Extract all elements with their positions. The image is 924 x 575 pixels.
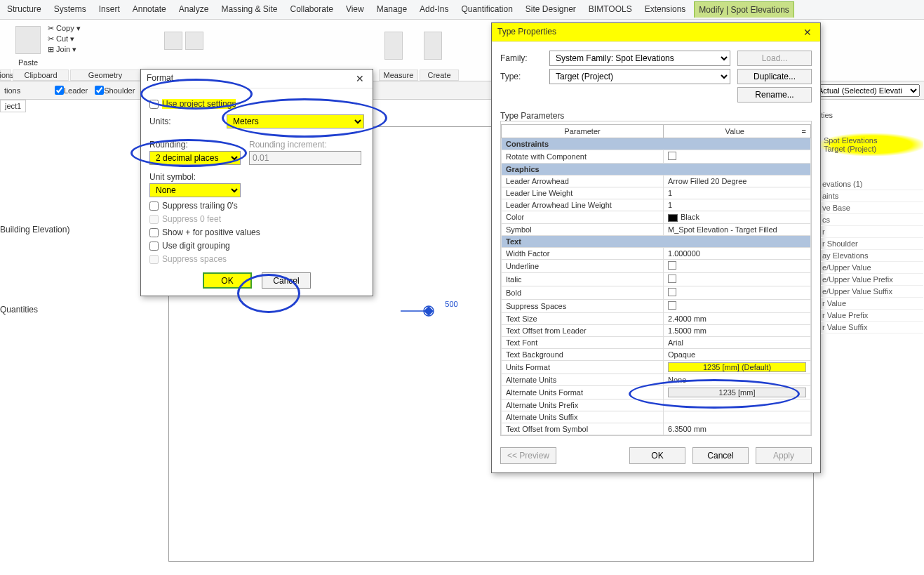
unit-symbol-select[interactable]: None <box>149 183 241 197</box>
type-params-label: Type Parameters <box>500 111 812 121</box>
tsize-cell[interactable]: 2.4000 mm <box>664 312 811 324</box>
altus-cell[interactable] <box>664 411 811 423</box>
use-project-chk[interactable] <box>149 100 159 109</box>
duplicate-button[interactable]: Duplicate... <box>737 69 812 84</box>
color-cell[interactable]: Black <box>664 211 811 224</box>
underline-cell[interactable] <box>664 259 811 272</box>
shoulder-chk[interactable] <box>95 86 104 95</box>
italic-cell[interactable] <box>664 272 811 286</box>
symbol-cell[interactable]: M_Spot Elevation - Target Filled <box>664 223 811 235</box>
rename-button[interactable]: Rename... <box>737 87 812 103</box>
instance-count[interactable]: evations (1) <box>821 178 923 190</box>
col-value: Value = <box>664 125 811 138</box>
lalw-cell[interactable]: 1 <box>664 199 811 211</box>
cancel-button[interactable]: Cancel <box>262 272 311 289</box>
prop-row[interactable]: ay Elevations <box>821 250 923 262</box>
tab[interactable]: Site Designer <box>521 1 580 18</box>
panel-geometry: Geometry <box>70 70 140 81</box>
panel-label: tions <box>0 70 11 81</box>
increment-field <box>249 151 361 165</box>
family-select[interactable]: System Family: Spot Elevations <box>549 51 730 66</box>
increment-label: Rounding increment: <box>249 140 361 150</box>
prop-row[interactable]: e/Upper Value Suffix <box>821 286 923 298</box>
tab[interactable]: BIMTOOLS <box>584 1 636 18</box>
llw-cell[interactable]: 1 <box>664 187 811 199</box>
bold-cell[interactable] <box>664 286 811 299</box>
quantities-label: Quantities <box>0 305 140 315</box>
params-table: ParameterValue = Constraints Rotate with… <box>501 124 811 435</box>
ok-button[interactable]: OK <box>203 272 252 289</box>
rounding-select[interactable]: 2 decimal places <box>149 151 241 165</box>
altuf-cell[interactable]: 1235 [mm] <box>664 385 811 399</box>
type-select[interactable]: Target (Project) <box>549 69 730 84</box>
units-format-cell[interactable]: 1235 [mm] (Default) <box>664 360 811 374</box>
ss-cell[interactable] <box>664 299 811 312</box>
close-icon[interactable]: ✕ <box>801 27 815 38</box>
rotate-cell[interactable] <box>664 150 811 164</box>
altup-cell[interactable] <box>664 399 811 411</box>
paste-icon[interactable] <box>15 26 41 54</box>
paste-label: Paste <box>14 58 42 67</box>
altu-cell[interactable]: None <box>664 374 811 385</box>
tab[interactable]: Structure <box>3 1 46 18</box>
tfont-cell[interactable]: Arial <box>664 336 811 348</box>
tool-icon[interactable] <box>185 32 203 50</box>
panel-create: Create <box>420 70 459 81</box>
tab[interactable]: View <box>342 1 368 18</box>
create-icon[interactable] <box>424 32 442 60</box>
preview-button: << Preview <box>500 447 556 464</box>
prop-row[interactable]: r Value <box>821 298 923 310</box>
ribbon-tabs: Structure Systems Insert Annotate Analyz… <box>0 0 924 20</box>
suppress-trailing-chk[interactable] <box>149 201 159 211</box>
leader-chk[interactable] <box>55 86 64 95</box>
spot-elevation-symbol[interactable] <box>401 303 443 319</box>
prop-row[interactable]: e/Upper Value <box>821 262 923 274</box>
tab[interactable]: Collaborate <box>286 1 337 18</box>
arrowhead-cell[interactable]: Arrow Filled 20 Degree <box>664 176 811 187</box>
prop-row[interactable]: ve Base <box>821 202 923 214</box>
tp-ok-button[interactable]: OK <box>629 447 685 464</box>
join-btn[interactable]: ⊞ Join ▾ <box>48 45 81 54</box>
wf-cell[interactable]: 1.000000 <box>664 247 811 259</box>
suppress-feet-chk <box>149 215 159 224</box>
show-positive-chk[interactable] <box>149 228 159 237</box>
tab-modify-active[interactable]: Modify | Spot Elevations <box>694 1 794 18</box>
tab[interactable]: Insert <box>95 1 124 18</box>
panel-clipboard: Clipboard <box>13 70 69 81</box>
tool-icon[interactable] <box>164 32 182 50</box>
digit-grouping-chk[interactable] <box>149 242 159 251</box>
type-properties-dialog: Type Properties✕ Family: System Family: … <box>491 22 821 473</box>
units-select[interactable]: Meters <box>227 114 364 128</box>
prop-row[interactable]: r Shoulder <box>821 238 923 250</box>
prop-row[interactable]: e/Upper Value Prefix <box>821 274 923 286</box>
prop-row[interactable]: aints <box>821 190 923 202</box>
tab[interactable]: Massing & Site <box>217 1 281 18</box>
tab[interactable]: Systems <box>50 1 91 18</box>
project-tab[interactable]: ject1 <box>0 100 26 112</box>
tab[interactable]: Add-Ins <box>415 1 453 18</box>
tab[interactable]: Extensions <box>641 1 690 18</box>
prop-row[interactable]: cs <box>821 214 923 226</box>
copy-btn[interactable]: ✂ Copy ▾ <box>48 24 81 33</box>
tab[interactable]: Analyze <box>175 1 213 18</box>
measure-icon[interactable] <box>384 32 403 60</box>
tos-cell[interactable]: 6.3500 mm <box>664 423 811 435</box>
toff-cell[interactable]: 1.5000 mm <box>664 324 811 336</box>
tab[interactable]: Quantification <box>457 1 516 18</box>
tp-cancel-button[interactable]: Cancel <box>692 447 749 464</box>
tab[interactable]: Annotate <box>128 1 170 18</box>
units-label: Units: <box>149 117 227 126</box>
prop-row[interactable]: r <box>821 226 923 238</box>
format-dialog: Format✕ Use project settings Units: Mete… <box>140 69 373 296</box>
close-icon[interactable]: ✕ <box>353 73 367 84</box>
tp-apply-button: Apply <box>756 447 812 464</box>
load-button: Load... <box>737 51 812 66</box>
cut-btn[interactable]: ✂ Cut ▾ <box>48 34 81 44</box>
tab[interactable]: Manage <box>373 1 411 18</box>
prop-row[interactable]: r Value Prefix <box>821 310 923 322</box>
prop-row[interactable]: r Value Suffix <box>821 322 923 333</box>
display-select[interactable]: Actual (Selected) Elevati <box>815 84 920 97</box>
format-title: Format <box>147 73 173 84</box>
tbg-cell[interactable]: Opaque <box>664 348 811 360</box>
panel-measure: Measure <box>379 70 418 81</box>
